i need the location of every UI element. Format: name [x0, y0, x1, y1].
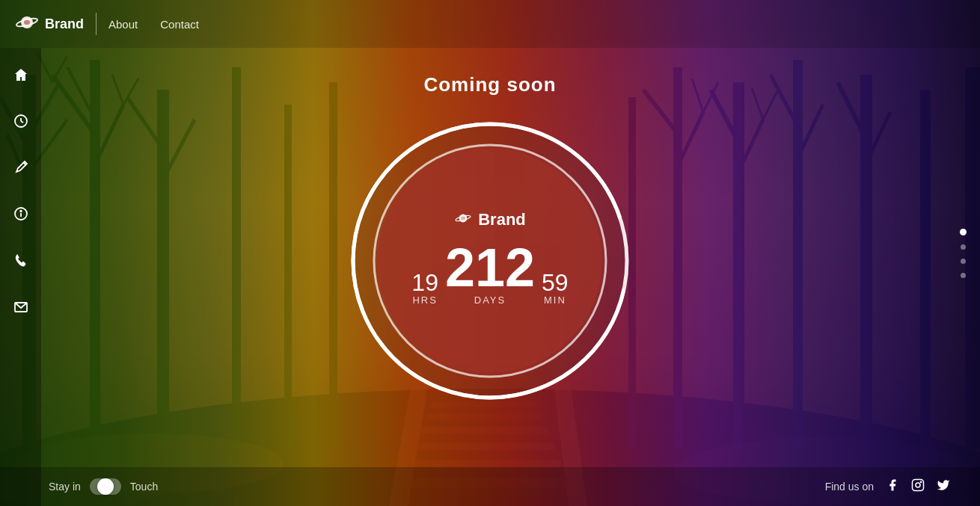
brand-link[interactable]: Brand — [15, 13, 84, 35]
sidebar-mail[interactable] — [9, 294, 33, 318]
svg-point-75 — [461, 217, 465, 220]
svg-point-78 — [921, 481, 922, 482]
dot-1[interactable] — [960, 229, 967, 235]
dot-2[interactable] — [961, 244, 966, 250]
sidebar-clock[interactable] — [9, 109, 33, 133]
circle-inner-content: Brand 19 HRS 212 DAYS 59 MIN — [378, 149, 602, 373]
hours-value: 19 — [411, 271, 438, 294]
nav-about[interactable]: About — [108, 18, 138, 31]
days-value: 212 — [445, 241, 535, 294]
nav-links: About Contact — [108, 18, 199, 31]
sidebar-home[interactable] — [9, 63, 33, 87]
svg-rect-76 — [913, 479, 924, 490]
stay-in-touch: Stay in Touch — [49, 478, 158, 495]
right-dots-nav — [960, 229, 967, 278]
days-label: DAYS — [474, 294, 506, 306]
minutes-value: 59 — [542, 271, 569, 294]
countdown-numbers: 19 HRS 212 DAYS 59 MIN — [411, 241, 568, 306]
find-us-label: Find us on — [825, 481, 874, 493]
hours-unit: 19 HRS — [411, 271, 438, 306]
circle-brand-name: Brand — [478, 210, 526, 229]
nav-divider — [96, 13, 97, 35]
instagram-link[interactable] — [911, 478, 925, 496]
sidebar-phone[interactable] — [9, 248, 33, 272]
dot-3[interactable] — [961, 259, 966, 264]
svg-point-61 — [24, 19, 30, 24]
minutes-label: MIN — [544, 294, 566, 306]
twitter-link[interactable] — [937, 478, 950, 496]
dot-4[interactable] — [961, 273, 966, 278]
nav-contact[interactable]: Contact — [160, 18, 199, 31]
sidebar-edit[interactable] — [9, 155, 33, 179]
svg-line-64 — [21, 121, 23, 123]
facebook-link[interactable] — [886, 478, 899, 496]
hours-label: HRS — [412, 294, 437, 306]
coming-soon-text: Coming soon — [423, 73, 556, 96]
brand-logo-icon — [15, 13, 39, 35]
touch-label: Touch — [130, 481, 158, 493]
countdown-circle: Brand 19 HRS 212 DAYS 59 MIN — [348, 119, 632, 403]
minutes-unit: 59 MIN — [542, 271, 569, 306]
stay-toggle[interactable] — [90, 478, 121, 495]
navbar: Brand About Contact — [0, 0, 980, 48]
circle-brand: Brand — [454, 210, 526, 229]
sidebar-info[interactable] — [9, 202, 33, 226]
svg-point-77 — [916, 483, 920, 487]
toggle-knob — [97, 478, 114, 495]
svg-point-68 — [20, 211, 22, 212]
stay-label: Stay in — [49, 481, 81, 493]
days-unit: 212 DAYS — [445, 241, 535, 306]
brand-label: Brand — [45, 16, 84, 32]
sidebar — [0, 48, 41, 506]
social-bar: Find us on — [825, 478, 950, 496]
bottom-bar: Stay in Touch Find us on — [0, 467, 980, 506]
main-content: Coming soon — [0, 0, 980, 506]
circle-brand-icon — [454, 210, 472, 229]
